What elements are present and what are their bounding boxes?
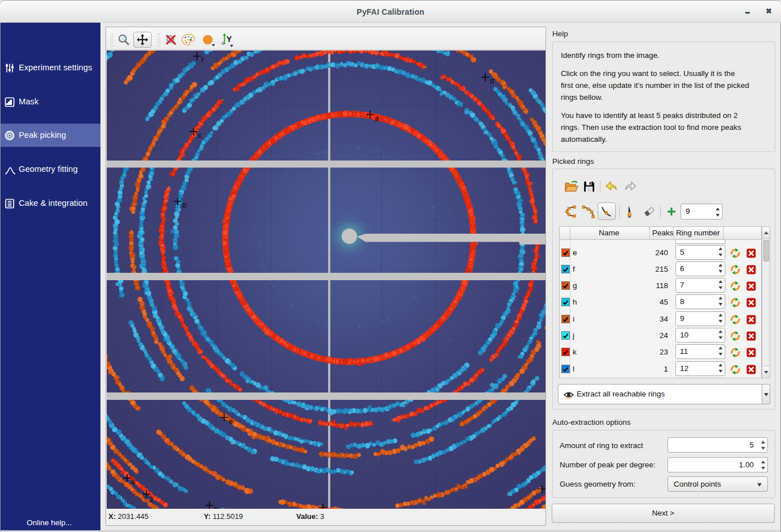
svg-text:e: e	[229, 417, 233, 425]
svg-text:f: f	[201, 56, 204, 64]
svg-text:g: g	[327, 507, 331, 509]
svg-text:j: j	[150, 493, 153, 502]
svg-text:0: 0	[222, 41, 224, 46]
svg-text:Y: Y	[226, 35, 232, 44]
svg-text:d: d	[490, 77, 494, 85]
svg-text:k: k	[132, 478, 136, 486]
svg-text:b: b	[182, 201, 186, 209]
svg-text:c: c	[198, 131, 202, 140]
svg-text:a: a	[375, 114, 379, 123]
svg-text:h: h	[214, 505, 218, 509]
